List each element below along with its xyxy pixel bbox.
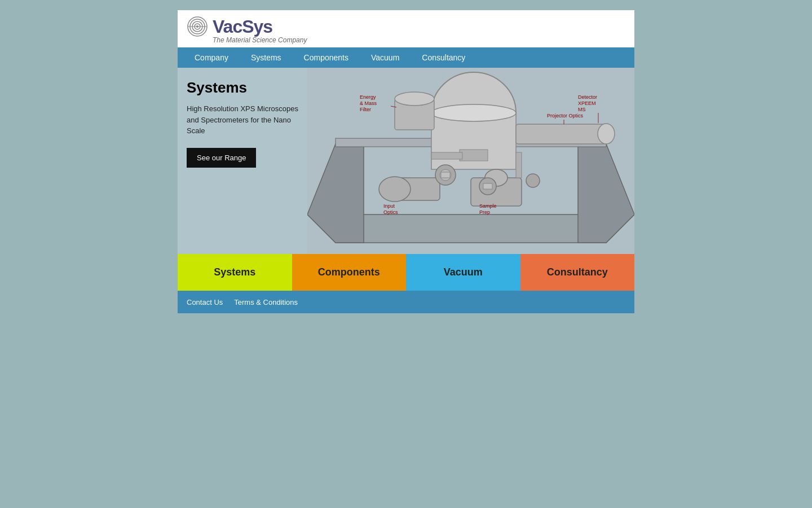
navbar: Company Systems Components Vacuum Consul… — [178, 47, 634, 68]
logo-subtitle: The Material Science Company — [213, 36, 307, 44]
svg-point-19 — [379, 177, 411, 202]
logo-subtitle-post: Company — [276, 36, 307, 44]
svg-rect-26 — [483, 183, 492, 189]
category-components[interactable]: Components — [292, 254, 407, 291]
hero-description: High Resolution XPS Microscopes and Spec… — [187, 103, 299, 137]
category-bar: Systems Components Vacuum Consultancy — [178, 254, 634, 291]
svg-rect-24 — [441, 172, 450, 178]
svg-text:Sample: Sample — [479, 203, 497, 209]
category-systems-label: Systems — [214, 266, 255, 278]
hero-title: Systems — [187, 79, 299, 97]
category-components-label: Components — [318, 266, 380, 278]
nav-item-systems[interactable]: Systems — [240, 47, 293, 68]
category-consultancy-label: Consultancy — [547, 266, 608, 278]
hero-text: Systems High Resolution XPS Microscopes … — [187, 79, 299, 168]
footer: Contact Us Terms & Conditions — [178, 291, 634, 313]
hero-section: Systems High Resolution XPS Microscopes … — [178, 68, 634, 254]
svg-rect-29 — [431, 152, 462, 159]
svg-point-15 — [395, 92, 434, 106]
svg-rect-28 — [460, 150, 488, 161]
logo-subtitle-italic: Material Science — [226, 36, 276, 44]
category-vacuum-label: Vacuum — [444, 266, 483, 278]
svg-text:Optics: Optics — [383, 209, 398, 215]
svg-point-17 — [598, 124, 615, 144]
svg-point-13 — [431, 104, 516, 121]
header: VacSys The Material Science Company — [178, 10, 634, 47]
svg-text:& Mass: & Mass — [360, 100, 377, 106]
svg-point-27 — [526, 174, 540, 187]
machine-svg: Energy & Mass Filter Projector Optics De… — [307, 68, 634, 254]
svg-text:Projector Optics: Projector Optics — [547, 113, 584, 119]
svg-text:MS: MS — [578, 107, 586, 112]
svg-rect-16 — [516, 124, 606, 144]
logo-subtitle-pre: The — [213, 36, 226, 44]
svg-text:Energy: Energy — [360, 94, 376, 100]
logo-area: VacSys The Material Science Company — [187, 16, 307, 44]
terms-conditions-link[interactable]: Terms & Conditions — [234, 298, 298, 306]
logo-top: VacSys — [187, 16, 272, 37]
see-range-button[interactable]: See our Range — [187, 148, 256, 168]
site-wrapper: VacSys The Material Science Company Comp… — [178, 10, 634, 313]
nav-item-consultancy[interactable]: Consultancy — [411, 47, 476, 68]
svg-text:Input: Input — [383, 203, 395, 209]
logo-icon — [187, 16, 208, 37]
nav-item-vacuum[interactable]: Vacuum — [360, 47, 411, 68]
category-systems[interactable]: Systems — [178, 254, 292, 291]
svg-text:Filter: Filter — [360, 107, 371, 112]
nav-item-company[interactable]: Company — [183, 47, 240, 68]
svg-rect-30 — [516, 152, 522, 178]
category-vacuum[interactable]: Vacuum — [406, 254, 520, 291]
contact-us-link[interactable]: Contact Us — [187, 298, 223, 306]
machine-illustration: Energy & Mass Filter Projector Optics De… — [307, 68, 634, 254]
category-consultancy[interactable]: Consultancy — [520, 254, 635, 291]
svg-text:Detector: Detector — [578, 94, 597, 100]
nav-item-components[interactable]: Components — [293, 47, 360, 68]
logo-name: VacSys — [213, 16, 272, 37]
svg-text:Prep: Prep — [479, 209, 490, 215]
svg-text:XPEEM: XPEEM — [578, 100, 596, 106]
